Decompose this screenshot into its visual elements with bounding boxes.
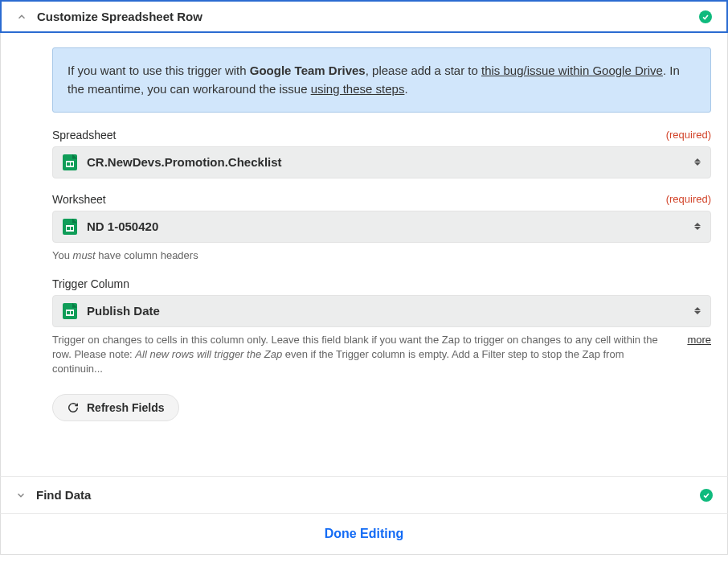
google-sheets-icon <box>63 154 77 170</box>
spacer <box>0 436 728 476</box>
required-label: (required) <box>666 193 711 206</box>
customize-row-body: If you want to use this trigger with Goo… <box>0 33 728 436</box>
select-value: CR.NewDevs.Promotion.Checklist <box>87 155 694 169</box>
spreadsheet-field: Spreadsheet (required) CR.NewDevs.Promot… <box>52 129 711 178</box>
bug-issue-link[interactable]: this bug/issue within Google Drive <box>481 64 663 77</box>
chevron-down-icon <box>15 490 27 501</box>
team-drives-info: If you want to use this trigger with Goo… <box>52 47 711 113</box>
helper-text: have column headers <box>96 249 198 261</box>
helper-em: must <box>73 249 96 261</box>
customize-row-header[interactable]: Customize Spreadsheet Row <box>0 0 728 33</box>
find-data-header[interactable]: Find Data <box>0 476 728 513</box>
trigger-column-field: Trigger Column Publish Date Trigger on c… <box>52 277 711 377</box>
required-label: (required) <box>666 129 711 142</box>
done-bar: Done Editing <box>0 513 728 555</box>
sort-arrows-icon <box>694 223 701 230</box>
google-sheets-icon <box>63 219 77 235</box>
trigger-column-select[interactable]: Publish Date <box>52 295 711 327</box>
refresh-fields-button[interactable]: Refresh Fields <box>52 394 179 421</box>
worksheet-field: Worksheet (required) ND 1-050420 You mus… <box>52 193 711 263</box>
refresh-icon <box>67 402 79 413</box>
sort-arrows-icon <box>694 158 701 166</box>
helper-text: You <box>52 249 73 261</box>
sort-arrows-icon <box>694 307 701 314</box>
helper-em: All new rows will trigger the Zap <box>135 348 282 360</box>
info-text: , please add a star to <box>366 64 481 77</box>
workaround-link[interactable]: using these steps <box>311 82 405 96</box>
done-editing-button[interactable]: Done Editing <box>325 527 404 540</box>
success-check-icon <box>699 10 712 23</box>
google-sheets-icon <box>63 303 77 319</box>
select-value: Publish Date <box>87 304 694 318</box>
more-link[interactable]: more <box>687 333 711 347</box>
field-label: Spreadsheet <box>52 129 116 142</box>
panel-title: Find Data <box>36 488 700 502</box>
info-bold: Google Team Drives <box>250 64 366 77</box>
info-text: . <box>404 82 407 96</box>
editor-container: Customize Spreadsheet Row If you want to… <box>0 0 728 555</box>
worksheet-helper: You must have column headers <box>52 248 711 263</box>
spreadsheet-select[interactable]: CR.NewDevs.Promotion.Checklist <box>52 146 711 178</box>
success-check-icon <box>700 489 713 502</box>
worksheet-select[interactable]: ND 1-050420 <box>52 211 711 243</box>
panel-title: Customize Spreadsheet Row <box>37 10 699 23</box>
select-value: ND 1-050420 <box>87 219 694 233</box>
info-text: If you want to use this trigger with <box>67 64 250 77</box>
field-label: Trigger Column <box>52 277 129 290</box>
chevron-up-icon <box>16 11 27 23</box>
trigger-helper: Trigger on changes to cells in this colu… <box>52 333 711 377</box>
refresh-label: Refresh Fields <box>87 401 164 414</box>
field-label: Worksheet <box>52 193 106 206</box>
